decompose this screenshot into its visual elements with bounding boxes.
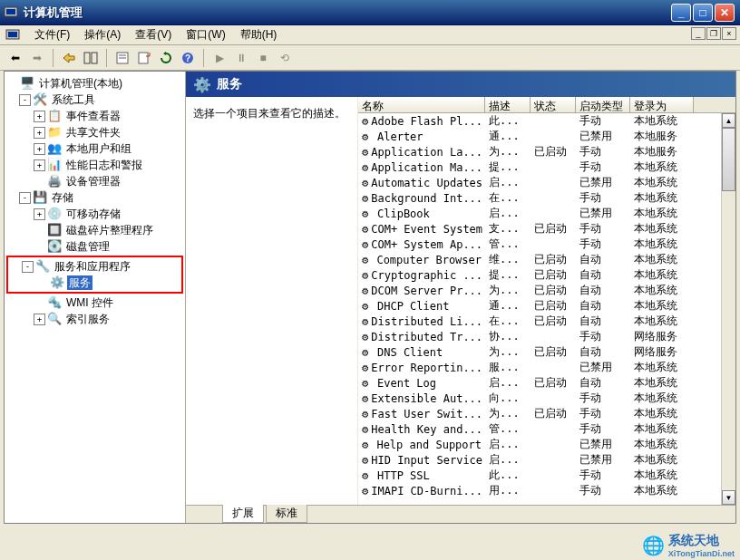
service-row[interactable]: ⚙Application La... 为... 已启动 手动 本地服务 [358,144,735,159]
tree-storage[interactable]: -💾存储 [6,189,183,206]
refresh-button[interactable] [156,48,176,68]
expand-icon[interactable]: + [34,127,45,139]
service-name-cell: ⚙Background Int... [358,192,485,205]
navigation-tree[interactable]: 🖥️计算机管理(本地) -🛠️系统工具 +📋事件查看器 +📁共享文件夹 +👥本地… [5,72,186,523]
list-header: 名称 描述 状态 启动类型 登录为 [358,97,735,113]
service-startup-cell: 手动 [576,144,630,159]
collapse-icon[interactable]: - [19,94,31,106]
service-row[interactable]: ⚙DNS Client 为... 已启动 自动 网络服务 [358,344,735,360]
tree-wmi[interactable]: 🔩WMI 控件 [6,294,183,311]
scroll-up-button[interactable]: ▲ [722,113,735,128]
tree-indexing[interactable]: +🔍索引服务 [6,311,183,327]
gear-icon: ⚙ [362,331,368,343]
menu-view[interactable]: 查看(V) [128,25,179,44]
service-row[interactable]: ⚙Distributed Li... 在... 已启动 自动 本地系统 [358,314,735,329]
col-startup[interactable]: 启动类型 [576,97,630,112]
properties-button[interactable] [112,48,132,68]
titlebar[interactable]: 计算机管理 _ □ ✕ [0,0,740,25]
menu-file[interactable]: 文件(F) [27,25,77,44]
tab-standard[interactable]: 标准 [266,505,307,523]
service-row[interactable]: ⚙Application Ma... 提... 手动 本地系统 [358,159,735,175]
up-button[interactable] [59,48,79,68]
mdi-close[interactable]: × [722,27,736,40]
menu-window[interactable]: 窗口(W) [179,25,232,44]
service-logon-cell: 本地系统 [630,360,694,375]
tree-localusers[interactable]: +👥本地用户和组 [6,140,183,157]
service-row[interactable]: ⚙Alerter 通... 已禁用 本地服务 [358,129,735,144]
tab-extended[interactable]: 扩展 [222,505,264,523]
service-row[interactable]: ⚙Fast User Swit... 为... 已启动 手动 本地系统 [358,406,735,421]
tree-removable[interactable]: +💿可移动存储 [6,206,183,222]
service-row[interactable]: ⚙DCOM Server Pr... 为... 已启动 自动 本地系统 [358,283,735,298]
collapse-icon[interactable]: - [22,261,34,273]
service-row[interactable]: ⚙Computer Browser 维... 已启动 自动 本地系统 [358,252,735,267]
show-hide-tree-button[interactable] [81,48,101,68]
forward-button[interactable]: ➡ [27,48,47,68]
collapse-icon[interactable]: - [19,192,31,204]
expand-icon[interactable]: + [34,159,45,171]
tree-svcapps[interactable]: -🔧服务和应用程序 [9,258,180,275]
service-row[interactable]: ⚙Cryptographic ... 提... 已启动 自动 本地系统 [358,267,735,283]
service-row[interactable]: ⚙Distributed Tr... 协... 手动 网络服务 [358,329,735,344]
expand-icon[interactable]: + [34,314,45,325]
removable-icon: 💿 [47,207,62,221]
tree-sharedfolders[interactable]: +📁共享文件夹 [6,124,183,140]
pause-service-button[interactable]: ⏸ [231,48,251,68]
start-service-button[interactable]: ▶ [209,48,229,68]
service-row[interactable]: ⚙Health Key and... 管... 手动 本地系统 [358,421,735,437]
tree-services[interactable]: ⚙️服务 [9,275,180,291]
export-button[interactable] [134,48,154,68]
service-row[interactable]: ⚙Error Reportin... 服... 已禁用 本地系统 [358,360,735,375]
expand-icon[interactable]: + [34,208,45,220]
stop-service-button[interactable]: ■ [253,48,273,68]
col-logon[interactable]: 登录为 [630,97,694,112]
scroll-thumb[interactable] [722,128,735,191]
service-row[interactable]: ⚙IMAPI CD-Burni... 用... 手动 本地系统 [358,483,735,498]
maximize-button[interactable]: □ [693,4,713,22]
service-row[interactable]: ⚙Background Int... 在... 手动 本地系统 [358,190,735,206]
services-list[interactable]: 名称 描述 状态 启动类型 登录为 ⚙Adobe Flash Pl... 此..… [358,97,735,505]
service-name-cell: ⚙Adobe Flash Pl... [358,115,485,128]
service-desc-cell: 启... [485,437,531,452]
close-button[interactable]: ✕ [715,4,735,22]
tree-eventviewer[interactable]: +📋事件查看器 [6,108,183,124]
vertical-scrollbar[interactable]: ▲ ▼ [721,113,735,505]
service-status-cell: 已启动 [531,267,576,283]
col-status[interactable]: 状态 [531,97,576,112]
service-row[interactable]: ⚙Adobe Flash Pl... 此... 手动 本地系统 [358,113,735,129]
service-startup-cell: 自动 [576,344,630,360]
tree-systools[interactable]: -🛠️系统工具 [6,92,183,108]
tree-root[interactable]: 🖥️计算机管理(本地) [6,75,183,92]
service-row[interactable]: ⚙Extensible Aut... 向... 手动 本地系统 [358,391,735,406]
service-desc-cell: 提... [485,159,531,175]
scroll-down-button[interactable]: ▼ [722,490,735,505]
tree-perflog[interactable]: +📊性能日志和警报 [6,157,183,173]
service-row[interactable]: ⚙DHCP Client 通... 已启动 自动 本地系统 [358,298,735,314]
col-desc[interactable]: 描述 [485,97,531,112]
col-name[interactable]: 名称 [358,97,485,112]
service-row[interactable]: ⚙HID Input Service 启... 已禁用 本地系统 [358,452,735,468]
service-row[interactable]: ⚙ClipBook 启... 已禁用 本地系统 [358,206,735,221]
tree-defrag[interactable]: 🔲磁盘碎片整理程序 [6,222,183,238]
restart-service-button[interactable]: ⟲ [275,48,295,68]
service-row[interactable]: ⚙Help and Support 启... 已禁用 本地系统 [358,437,735,452]
help-button[interactable]: ? [178,48,198,68]
service-row[interactable]: ⚙HTTP SSL 此... 手动 本地系统 [358,468,735,483]
service-row[interactable]: ⚙COM+ System Ap... 管... 手动 本地系统 [358,237,735,252]
service-row[interactable]: ⚙Event Log 启... 已启动 自动 本地系统 [358,375,735,391]
menu-help[interactable]: 帮助(H) [233,25,285,44]
minimize-button[interactable]: _ [671,4,691,22]
tree-diskmgmt[interactable]: 💽磁盘管理 [6,238,183,255]
mdi-minimize[interactable]: _ [691,27,706,40]
tree-devmgr[interactable]: 🖨️设备管理器 [6,173,183,189]
expand-icon[interactable]: + [34,143,45,155]
service-row[interactable]: ⚙Automatic Updates 启... 已禁用 本地系统 [358,175,735,190]
menu-action[interactable]: 操作(A) [77,25,128,44]
expand-icon[interactable]: + [34,111,45,122]
service-startup-cell: 自动 [576,375,630,391]
mdi-restore[interactable]: ❐ [706,27,721,40]
back-button[interactable]: ⬅ [5,48,25,68]
users-icon: 👥 [47,141,62,156]
service-row[interactable]: ⚙COM+ Event System 支... 已启动 手动 本地系统 [358,221,735,237]
service-status-cell: 已启动 [531,298,576,314]
